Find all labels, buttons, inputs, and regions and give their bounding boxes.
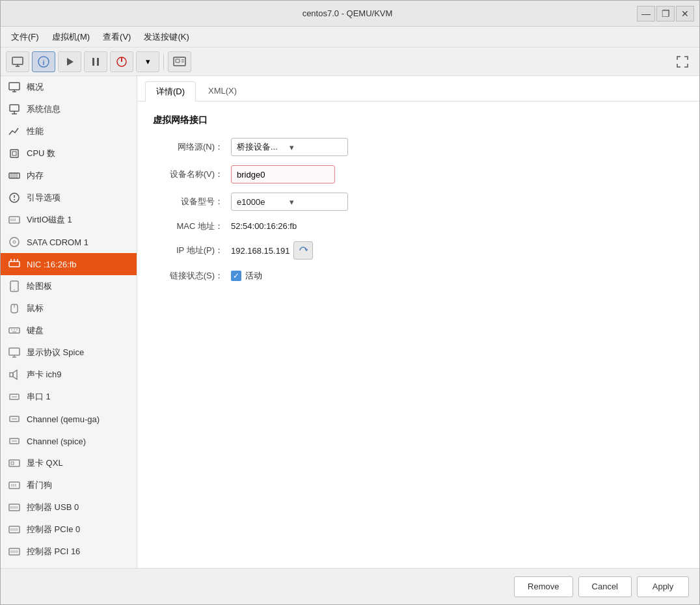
chart-icon xyxy=(7,124,21,139)
svg-point-34 xyxy=(10,237,19,247)
monitor-icon xyxy=(11,55,24,68)
sidebar-item-gpu[interactable]: 显卡 QXL xyxy=(1,452,137,474)
sidebar-item-virtio-disk[interactable]: VirtIO磁盘 1 xyxy=(1,209,137,231)
network-source-dropdown[interactable]: 桥接设备... ▾ xyxy=(231,138,348,156)
menu-sendkey[interactable]: 发送按键(K) xyxy=(139,29,194,46)
close-button[interactable]: ✕ xyxy=(676,6,694,21)
sidebar-item-channel-spice[interactable]: Channel (spice) xyxy=(1,430,137,452)
sidebar-item-ctrl-pci16[interactable]: 控制器 PCI 16 xyxy=(1,541,137,563)
network-source-control: 桥接设备... ▾ xyxy=(231,138,348,156)
disk-icon xyxy=(7,213,21,227)
fullscreen-button[interactable] xyxy=(671,51,694,72)
sidebar: 概况 系统信息 性能 CPU 数 xyxy=(1,76,137,568)
info-button[interactable]: i xyxy=(32,51,55,72)
link-state-label: 链接状态(S)： xyxy=(153,270,231,282)
window-title: centos7.0 - QEMU/KVM xyxy=(58,8,637,18)
device-type-control: e1000e ▾ xyxy=(231,193,348,211)
tab-xml[interactable]: XML(X) xyxy=(197,81,248,101)
sidebar-item-tablet[interactable]: 绘图板 xyxy=(1,275,137,297)
sidebar-label: CPU 数 xyxy=(27,148,55,159)
restore-button[interactable]: ❐ xyxy=(656,6,675,21)
sidebar-item-mouse[interactable]: 鼠标 xyxy=(1,297,137,319)
tab-details[interactable]: 详情(D) xyxy=(145,81,196,101)
sidebar-label: 引导选项 xyxy=(27,192,61,204)
svg-rect-75 xyxy=(9,548,20,555)
apply-button[interactable]: Apply xyxy=(637,576,689,597)
device-type-dropdown[interactable]: e1000e ▾ xyxy=(231,193,348,211)
network-source-row: 网络源(N)： 桥接设备... ▾ xyxy=(153,138,684,156)
channel-icon xyxy=(7,412,21,426)
power-button[interactable] xyxy=(110,51,133,72)
controller-pcie-icon xyxy=(7,522,21,537)
svg-rect-30 xyxy=(9,217,20,223)
sidebar-item-ctrl-usb[interactable]: 控制器 USB 0 xyxy=(1,496,137,518)
mac-label: MAC 地址： xyxy=(153,221,231,232)
monitor-icon xyxy=(7,80,21,94)
link-state-row: 链接状态(S)： ✓ 活动 xyxy=(153,269,684,283)
cpu-icon xyxy=(7,146,21,161)
cdrom-icon xyxy=(7,235,21,249)
sidebar-item-ctrl-sata[interactable]: 控制器 SATA 0 xyxy=(1,563,137,568)
sidebar-item-display[interactable]: 显示协议 Spice xyxy=(1,342,137,364)
toolbar-separator xyxy=(163,54,164,70)
info-icon: i xyxy=(37,55,50,68)
power-icon xyxy=(115,55,128,68)
sidebar-item-boot[interactable]: 引导选项 xyxy=(1,187,137,209)
ip-row: IP 地址(P)： 192.168.15.191 xyxy=(153,241,684,260)
sidebar-item-overview[interactable]: 概况 xyxy=(1,76,137,98)
controller-pci16-icon xyxy=(7,544,21,559)
display-icon xyxy=(7,345,21,360)
sidebar-item-keyboard[interactable]: 键盘 xyxy=(1,319,137,342)
minimize-button[interactable]: — xyxy=(637,6,655,21)
svg-rect-60 xyxy=(11,462,14,464)
snapshot-icon xyxy=(172,55,187,69)
fullscreen-icon xyxy=(676,55,689,68)
sidebar-item-perf[interactable]: 性能 xyxy=(1,120,137,142)
menu-file[interactable]: 文件(F) xyxy=(6,29,44,46)
cancel-button[interactable]: Cancel xyxy=(578,576,632,597)
svg-rect-7 xyxy=(97,58,99,66)
menu-view[interactable]: 查看(V) xyxy=(98,29,136,46)
snapshot-button[interactable] xyxy=(168,51,191,72)
sidebar-item-sound[interactable]: 声卡 ich9 xyxy=(1,364,137,386)
svg-rect-17 xyxy=(10,105,19,111)
ip-label: IP 地址(P)： xyxy=(153,245,231,256)
monitor-button[interactable] xyxy=(6,51,29,72)
sidebar-label: 概况 xyxy=(27,81,44,93)
nic-icon xyxy=(7,257,21,271)
remove-button[interactable]: Remove xyxy=(514,576,572,597)
serial-icon xyxy=(7,390,21,404)
sidebar-item-channel-qemuga[interactable]: Channel (qemu-ga) xyxy=(1,408,137,430)
sound-icon xyxy=(7,368,21,382)
sidebar-item-sysinfo[interactable]: 系统信息 xyxy=(1,98,137,120)
dropdown-arrow-icon: ▾ xyxy=(289,197,342,207)
menu-vm[interactable]: 虚拟机(M) xyxy=(47,29,96,46)
sidebar-item-cdrom[interactable]: SATA CDROM 1 xyxy=(1,231,137,253)
pause-button[interactable] xyxy=(84,51,107,72)
menubar: 文件(F) 虚拟机(M) 查看(V) 发送按键(K) xyxy=(1,27,699,47)
section-title: 虚拟网络接口 xyxy=(153,114,684,126)
sidebar-label: 控制器 USB 0 xyxy=(27,502,79,513)
power-dropdown[interactable]: ▾ xyxy=(136,51,159,72)
sidebar-label: 绘图板 xyxy=(27,280,52,292)
sidebar-item-nic[interactable]: NIC :16:26:fb xyxy=(1,253,137,275)
play-button[interactable] xyxy=(58,51,81,72)
content-panel: 详情(D) XML(X) 虚拟网络接口 网络源(N)： 桥接设备... ▾ xyxy=(137,76,699,568)
device-name-input[interactable] xyxy=(231,165,335,183)
svg-rect-22 xyxy=(9,173,20,178)
ip-control: 192.168.15.191 xyxy=(231,241,313,260)
sidebar-item-cpu[interactable]: CPU 数 xyxy=(1,142,137,165)
svg-rect-65 xyxy=(9,504,20,511)
computer-icon xyxy=(7,102,21,116)
network-source-value: 桥接设备... xyxy=(237,141,289,153)
refresh-ip-button[interactable] xyxy=(293,241,313,260)
sidebar-label: 鼠标 xyxy=(27,302,44,314)
ip-value: 192.168.15.191 xyxy=(231,245,289,257)
sidebar-item-memory[interactable]: 内存 xyxy=(1,165,137,187)
link-state-checkbox[interactable]: ✓ xyxy=(231,271,241,281)
sidebar-item-watchdog[interactable]: 看门狗 xyxy=(1,474,137,496)
link-state-checkbox-wrapper[interactable]: ✓ 活动 xyxy=(231,269,262,283)
device-type-row: 设备型号： e1000e ▾ xyxy=(153,193,684,211)
sidebar-item-ctrl-pcie[interactable]: 控制器 PCIe 0 xyxy=(1,518,137,541)
sidebar-item-serial[interactable]: 串口 1 xyxy=(1,386,137,408)
